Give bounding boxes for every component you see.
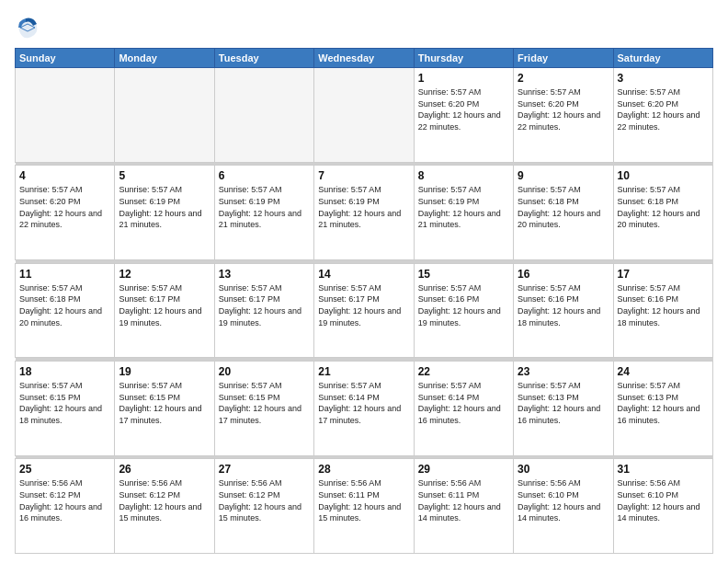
day-info: Sunrise: 5:57 AM Sunset: 6:17 PM Dayligh… (119, 282, 210, 328)
day-number: 12 (119, 267, 210, 282)
calendar-week-row: 25Sunrise: 5:56 AM Sunset: 6:12 PM Dayli… (16, 459, 713, 554)
day-info: Sunrise: 5:57 AM Sunset: 6:18 PM Dayligh… (618, 184, 709, 230)
day-info: Sunrise: 5:57 AM Sunset: 6:18 PM Dayligh… (19, 282, 110, 328)
day-number: 5 (119, 168, 210, 183)
calendar-cell: 11Sunrise: 5:57 AM Sunset: 6:18 PM Dayli… (16, 263, 115, 358)
calendar-week-row: 1Sunrise: 5:57 AM Sunset: 6:20 PM Daylig… (16, 68, 713, 163)
calendar-cell (16, 68, 115, 163)
calendar-cell: 8Sunrise: 5:57 AM Sunset: 6:19 PM Daylig… (414, 166, 513, 260)
day-number: 31 (618, 462, 709, 477)
calendar-cell: 30Sunrise: 5:56 AM Sunset: 6:10 PM Dayli… (514, 459, 613, 554)
day-info: Sunrise: 5:56 AM Sunset: 6:12 PM Dayligh… (19, 477, 110, 523)
calendar-cell: 29Sunrise: 5:56 AM Sunset: 6:11 PM Dayli… (414, 459, 513, 554)
calendar-cell: 20Sunrise: 5:57 AM Sunset: 6:15 PM Dayli… (214, 361, 313, 455)
day-number: 9 (518, 168, 609, 183)
day-info: Sunrise: 5:57 AM Sunset: 6:15 PM Dayligh… (119, 380, 210, 426)
day-info: Sunrise: 5:57 AM Sunset: 6:19 PM Dayligh… (119, 184, 210, 230)
day-number: 24 (618, 364, 709, 379)
calendar-cell: 21Sunrise: 5:57 AM Sunset: 6:14 PM Dayli… (314, 361, 414, 455)
day-info: Sunrise: 5:56 AM Sunset: 6:11 PM Dayligh… (418, 477, 509, 523)
day-number: 30 (518, 462, 609, 477)
calendar-cell (214, 68, 313, 163)
logo-icon (15, 15, 40, 40)
calendar-cell: 28Sunrise: 5:56 AM Sunset: 6:11 PM Dayli… (314, 459, 414, 554)
calendar-table: SundayMondayTuesdayWednesdayThursdayFrid… (15, 48, 713, 554)
day-info: Sunrise: 5:57 AM Sunset: 6:17 PM Dayligh… (318, 282, 409, 328)
day-number: 23 (518, 364, 609, 379)
day-info: Sunrise: 5:57 AM Sunset: 6:19 PM Dayligh… (318, 184, 409, 230)
day-number: 2 (518, 71, 609, 86)
day-number: 11 (19, 267, 110, 282)
day-info: Sunrise: 5:56 AM Sunset: 6:10 PM Dayligh… (618, 477, 709, 523)
day-number: 4 (19, 168, 110, 183)
day-number: 26 (119, 462, 210, 477)
day-info: Sunrise: 5:57 AM Sunset: 6:14 PM Dayligh… (418, 380, 509, 426)
day-info: Sunrise: 5:57 AM Sunset: 6:18 PM Dayligh… (518, 184, 609, 230)
day-info: Sunrise: 5:56 AM Sunset: 6:11 PM Dayligh… (318, 477, 409, 523)
day-info: Sunrise: 5:57 AM Sunset: 6:20 PM Dayligh… (618, 86, 709, 132)
day-header-tuesday: Tuesday (214, 49, 313, 68)
calendar-week-row: 4Sunrise: 5:57 AM Sunset: 6:20 PM Daylig… (16, 166, 713, 260)
calendar-cell: 16Sunrise: 5:57 AM Sunset: 6:16 PM Dayli… (514, 263, 613, 358)
header (15, 15, 713, 40)
calendar-cell: 31Sunrise: 5:56 AM Sunset: 6:10 PM Dayli… (613, 459, 712, 554)
day-info: Sunrise: 5:56 AM Sunset: 6:12 PM Dayligh… (219, 477, 310, 523)
day-number: 7 (318, 168, 409, 183)
calendar-cell: 10Sunrise: 5:57 AM Sunset: 6:18 PM Dayli… (613, 166, 712, 260)
calendar-cell: 18Sunrise: 5:57 AM Sunset: 6:15 PM Dayli… (16, 361, 115, 455)
day-info: Sunrise: 5:57 AM Sunset: 6:20 PM Dayligh… (418, 86, 509, 132)
day-header-thursday: Thursday (414, 49, 513, 68)
day-number: 27 (219, 462, 310, 477)
calendar-cell: 3Sunrise: 5:57 AM Sunset: 6:20 PM Daylig… (613, 68, 712, 163)
calendar-cell (314, 68, 414, 163)
day-info: Sunrise: 5:57 AM Sunset: 6:15 PM Dayligh… (19, 380, 110, 426)
day-number: 1 (418, 71, 509, 86)
calendar-cell: 17Sunrise: 5:57 AM Sunset: 6:16 PM Dayli… (613, 263, 712, 358)
calendar-cell (115, 68, 214, 163)
calendar-cell: 22Sunrise: 5:57 AM Sunset: 6:14 PM Dayli… (414, 361, 513, 455)
calendar-cell: 12Sunrise: 5:57 AM Sunset: 6:17 PM Dayli… (115, 263, 214, 358)
calendar-cell: 19Sunrise: 5:57 AM Sunset: 6:15 PM Dayli… (115, 361, 214, 455)
day-info: Sunrise: 5:57 AM Sunset: 6:19 PM Dayligh… (418, 184, 509, 230)
day-info: Sunrise: 5:57 AM Sunset: 6:17 PM Dayligh… (219, 282, 310, 328)
calendar-week-row: 11Sunrise: 5:57 AM Sunset: 6:18 PM Dayli… (16, 263, 713, 358)
day-header-monday: Monday (115, 49, 214, 68)
day-number: 14 (318, 267, 409, 282)
day-number: 6 (219, 168, 310, 183)
day-number: 16 (518, 267, 609, 282)
day-number: 15 (418, 267, 509, 282)
day-number: 13 (219, 267, 310, 282)
calendar-cell: 4Sunrise: 5:57 AM Sunset: 6:20 PM Daylig… (16, 166, 115, 260)
calendar-cell: 23Sunrise: 5:57 AM Sunset: 6:13 PM Dayli… (514, 361, 613, 455)
day-info: Sunrise: 5:57 AM Sunset: 6:19 PM Dayligh… (219, 184, 310, 230)
day-info: Sunrise: 5:57 AM Sunset: 6:20 PM Dayligh… (19, 184, 110, 230)
calendar-week-row: 18Sunrise: 5:57 AM Sunset: 6:15 PM Dayli… (16, 361, 713, 455)
day-info: Sunrise: 5:57 AM Sunset: 6:16 PM Dayligh… (418, 282, 509, 328)
day-info: Sunrise: 5:57 AM Sunset: 6:13 PM Dayligh… (618, 380, 709, 426)
calendar-cell: 24Sunrise: 5:57 AM Sunset: 6:13 PM Dayli… (613, 361, 712, 455)
calendar-cell: 9Sunrise: 5:57 AM Sunset: 6:18 PM Daylig… (514, 166, 613, 260)
day-info: Sunrise: 5:56 AM Sunset: 6:10 PM Dayligh… (518, 477, 609, 523)
calendar-cell: 2Sunrise: 5:57 AM Sunset: 6:20 PM Daylig… (514, 68, 613, 163)
calendar-cell: 27Sunrise: 5:56 AM Sunset: 6:12 PM Dayli… (214, 459, 313, 554)
day-number: 20 (219, 364, 310, 379)
day-info: Sunrise: 5:57 AM Sunset: 6:15 PM Dayligh… (219, 380, 310, 426)
day-number: 28 (318, 462, 409, 477)
calendar-cell: 6Sunrise: 5:57 AM Sunset: 6:19 PM Daylig… (214, 166, 313, 260)
calendar-cell: 15Sunrise: 5:57 AM Sunset: 6:16 PM Dayli… (414, 263, 513, 358)
calendar-cell: 7Sunrise: 5:57 AM Sunset: 6:19 PM Daylig… (314, 166, 414, 260)
calendar-cell: 1Sunrise: 5:57 AM Sunset: 6:20 PM Daylig… (414, 68, 513, 163)
day-info: Sunrise: 5:57 AM Sunset: 6:16 PM Dayligh… (518, 282, 609, 328)
day-header-saturday: Saturday (613, 49, 712, 68)
day-number: 10 (618, 168, 709, 183)
calendar-cell: 13Sunrise: 5:57 AM Sunset: 6:17 PM Dayli… (214, 263, 313, 358)
calendar-cell: 14Sunrise: 5:57 AM Sunset: 6:17 PM Dayli… (314, 263, 414, 358)
day-number: 19 (119, 364, 210, 379)
day-number: 3 (618, 71, 709, 86)
logo (15, 15, 42, 40)
calendar-cell: 5Sunrise: 5:57 AM Sunset: 6:19 PM Daylig… (115, 166, 214, 260)
day-number: 21 (318, 364, 409, 379)
day-number: 8 (418, 168, 509, 183)
day-number: 25 (19, 462, 110, 477)
calendar-cell: 25Sunrise: 5:56 AM Sunset: 6:12 PM Dayli… (16, 459, 115, 554)
